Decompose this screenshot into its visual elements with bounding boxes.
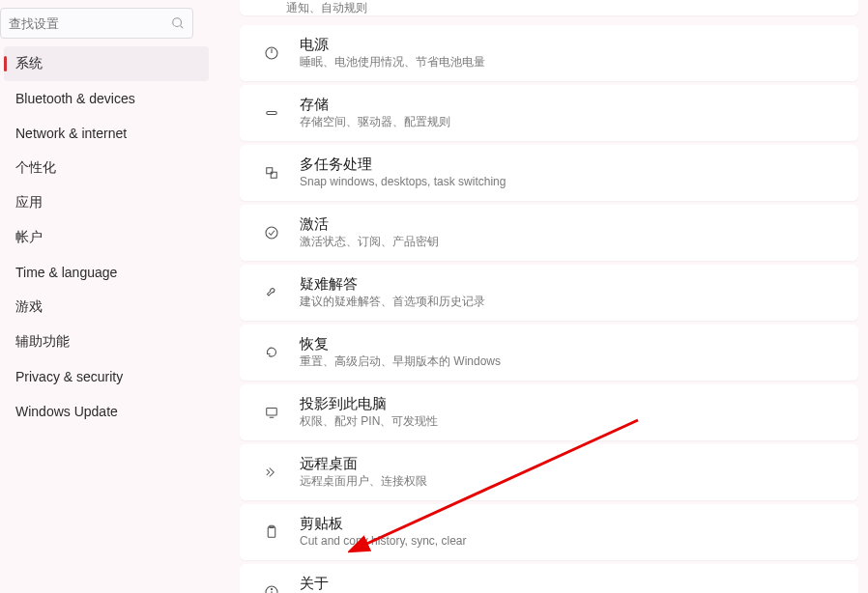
sidebar-item-label: Bluetooth & devices xyxy=(15,91,135,106)
settings-row-desc: Cut and copy history, sync, clear xyxy=(300,534,843,550)
sidebar-item-personalization[interactable]: 个性化 xyxy=(4,151,209,185)
sidebar-item-apps[interactable]: 应用 xyxy=(4,185,209,220)
settings-row-title: 投影到此电脑 xyxy=(300,395,843,413)
settings-row-title: 激活 xyxy=(300,215,843,234)
sidebar-item-time-language[interactable]: Time & language xyxy=(4,255,209,290)
sidebar-item-accessibility[interactable]: 辅助功能 xyxy=(4,325,209,359)
storage-icon xyxy=(255,104,288,122)
about-icon xyxy=(255,583,288,593)
sidebar-item-label: Time & language xyxy=(15,265,117,280)
settings-row-desc: 重置、高级启动、早期版本的 Windows xyxy=(300,354,843,370)
settings-row-title: 多任务处理 xyxy=(300,155,843,174)
sidebar-item-label: Windows Update xyxy=(15,404,118,419)
nav-list: 系统 Bluetooth & devices Network & interne… xyxy=(0,46,213,429)
svg-point-0 xyxy=(173,18,182,27)
sidebar-item-gaming[interactable]: 游戏 xyxy=(4,290,209,325)
clipboard-icon xyxy=(255,523,288,541)
sidebar-item-accounts[interactable]: 帐户 xyxy=(4,220,209,255)
sidebar-item-label: 个性化 xyxy=(15,159,56,177)
settings-row-title: 剪贴板 xyxy=(300,515,843,533)
settings-row-title: 远程桌面 xyxy=(300,455,843,473)
settings-row-remote[interactable]: 远程桌面 远程桌面用户、连接权限 xyxy=(240,444,858,500)
project-icon xyxy=(255,404,288,421)
svg-rect-6 xyxy=(271,172,276,178)
svg-line-1 xyxy=(181,26,184,29)
settings-row-desc: 建议的疑难解答、首选项和历史记录 xyxy=(300,295,843,310)
settings-row-activation[interactable]: 激活 激活状态、订阅、产品密钥 xyxy=(240,205,858,261)
settings-row-title: 恢复 xyxy=(300,335,843,353)
sidebar-item-label: Network & internet xyxy=(15,126,127,141)
settings-row-desc: Snap windows, desktops, task switching xyxy=(300,175,843,190)
settings-row-desc: 存储空间、驱动器、配置规则 xyxy=(300,115,843,130)
settings-row-title: 疑难解答 xyxy=(300,275,843,294)
settings-row-desc: 权限、配对 PIN、可发现性 xyxy=(300,414,843,430)
svg-rect-8 xyxy=(267,409,277,416)
search-icon xyxy=(171,16,185,30)
sidebar-item-label: 系统 xyxy=(15,55,43,72)
sidebar-item-system[interactable]: 系统 xyxy=(4,46,209,81)
settings-row-project[interactable]: 投影到此电脑 权限、配对 PIN、可发现性 xyxy=(240,384,858,440)
recovery-icon xyxy=(255,344,288,361)
sidebar-item-bluetooth[interactable]: Bluetooth & devices xyxy=(4,81,209,116)
search-input[interactable] xyxy=(9,16,171,31)
svg-rect-4 xyxy=(267,112,277,115)
sidebar-item-privacy[interactable]: Privacy & security xyxy=(4,359,209,394)
sidebar-item-label: 应用 xyxy=(15,194,43,212)
settings-row-title: 电源 xyxy=(300,36,843,54)
settings-row-partial[interactable]: 通知、自动规则 xyxy=(240,0,858,15)
svg-point-14 xyxy=(271,588,272,589)
svg-rect-5 xyxy=(267,168,273,174)
sidebar-item-network[interactable]: Network & internet xyxy=(4,116,209,151)
power-icon xyxy=(255,44,288,62)
sidebar-item-windows-update[interactable]: Windows Update xyxy=(4,394,209,429)
sidebar: 系统 Bluetooth & devices Network & interne… xyxy=(0,0,213,593)
sidebar-item-label: 游戏 xyxy=(15,298,43,316)
search-box[interactable] xyxy=(0,8,193,39)
multitask-icon xyxy=(255,164,288,182)
settings-row-clipboard[interactable]: 剪贴板 Cut and copy history, sync, clear xyxy=(240,504,858,560)
settings-row-storage[interactable]: 存储 存储空间、驱动器、配置规则 xyxy=(240,85,858,141)
activation-icon xyxy=(255,224,288,241)
settings-row-desc: 远程桌面用户、连接权限 xyxy=(300,474,843,490)
troubleshoot-icon xyxy=(255,284,288,301)
sidebar-item-label: 帐户 xyxy=(15,229,43,246)
settings-row-multitask[interactable]: 多任务处理 Snap windows, desktops, task switc… xyxy=(240,145,858,201)
settings-row-desc: 通知、自动规则 xyxy=(286,0,367,16)
settings-row-troubleshoot[interactable]: 疑难解答 建议的疑难解答、首选项和历史记录 xyxy=(240,265,858,321)
sidebar-item-label: 辅助功能 xyxy=(15,333,70,351)
settings-row-title: 关于 xyxy=(300,575,843,593)
remote-icon xyxy=(255,464,288,481)
svg-point-7 xyxy=(266,227,277,239)
search-container xyxy=(0,8,213,46)
settings-row-title: 存储 xyxy=(300,96,843,114)
settings-row-power[interactable]: 电源 睡眠、电池使用情况、节省电池电量 xyxy=(240,25,858,81)
settings-row-desc: 激活状态、订阅、产品密钥 xyxy=(300,235,843,250)
main-content: 通知、自动规则 电源 睡眠、电池使用情况、节省电池电量 存储 存储空间、驱动器、… xyxy=(213,0,868,593)
settings-row-recovery[interactable]: 恢复 重置、高级启动、早期版本的 Windows xyxy=(240,325,858,381)
settings-row-about[interactable]: 关于 设备规格、重命名电脑、Windows 规格 xyxy=(240,564,858,593)
svg-rect-10 xyxy=(268,527,275,538)
sidebar-item-label: Privacy & security xyxy=(15,369,123,384)
settings-row-desc: 睡眠、电池使用情况、节省电池电量 xyxy=(300,55,843,71)
